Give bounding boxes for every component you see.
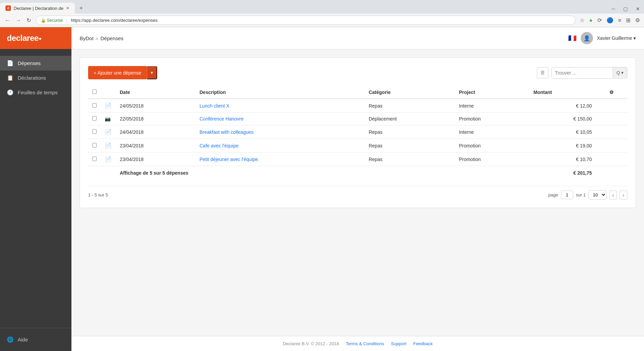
ext-btn6[interactable]: ⚙ [634, 16, 641, 25]
expenses-table: Date Description Catégorie Project Monta… [88, 86, 627, 179]
row-description: Cafe avec l'équipe [196, 139, 365, 153]
row-description: Lunch client X [196, 99, 365, 113]
row-icon-cell: 📄 [101, 139, 116, 153]
maximize-btn[interactable]: ▢ [619, 4, 632, 14]
row-icon-cell: 📄 [101, 153, 116, 166]
row-description: Conférence Hanovre [196, 113, 365, 125]
add-expense-dropdown-btn[interactable]: ▾ [147, 66, 157, 79]
footer-support-link[interactable]: Support [391, 341, 407, 346]
language-flag[interactable]: 🇫🇷 [568, 34, 577, 42]
row-checkbox[interactable] [92, 143, 97, 147]
address-field[interactable]: 🔒 Sécurisé | https://app.declaree.com/de… [36, 16, 576, 25]
row-icon-cell: 📷 [101, 113, 116, 125]
row-categorie: Repas [365, 125, 455, 139]
sidebar-label-depenses: Dépenses [18, 60, 41, 66]
row-check [88, 113, 101, 125]
row-checkbox[interactable] [92, 129, 97, 134]
minimize-btn[interactable]: ─ [608, 4, 619, 14]
footer-feedback-link[interactable]: Feedback [413, 341, 433, 346]
table-header-row: Date Description Catégorie Project Monta… [88, 86, 627, 99]
row-categorie: Repas [365, 139, 455, 153]
row-checkbox[interactable] [92, 116, 97, 121]
tab-close-btn[interactable]: ✕ [66, 6, 69, 11]
row-project: Interne [455, 125, 529, 139]
pagination-row: 1 - 5 sur 5 page sur 1 10 25 50 ‹ › [88, 186, 627, 200]
browser-chrome: d Declaree | Declaration de ✕ + ─ ▢ ✕ ← … [0, 0, 644, 27]
toolbar-right: ☰ Q ▾ [537, 67, 627, 79]
th-settings[interactable]: ⚙ [596, 86, 627, 99]
page-controls: page sur 1 10 25 50 ‹ › [548, 190, 627, 200]
breadcrumb-page: Dépenses [100, 35, 123, 41]
ext-btn3[interactable]: 🔵 [605, 16, 615, 25]
search-wrap: Q ▾ [551, 67, 627, 79]
select-all-checkbox[interactable] [92, 90, 97, 94]
secure-badge: 🔒 Sécurisé [41, 18, 63, 23]
table-row: 📄 23/04/2018 Petit déjeuner avec l'équip… [88, 153, 627, 166]
expenses-tbody: 📄 24/05/2018 Lunch client X Repas Intern… [88, 99, 627, 179]
sidebar-item-feuilles[interactable]: 🕐 Feuilles de temps [0, 85, 71, 100]
forward-btn[interactable]: → [14, 16, 23, 25]
search-btn[interactable]: Q ▾ [613, 67, 627, 78]
main-content: ByDot » Dépenses 🇫🇷 👤 Xavier Guillerme ▾ [71, 27, 644, 351]
sidebar-item-declarations[interactable]: 📋 Déclarations [0, 70, 71, 85]
row-check [88, 99, 101, 113]
row-icon-cell: 📄 [101, 125, 116, 139]
row-project: Promotion [455, 153, 529, 166]
nav-buttons: ← → ↻ [3, 16, 33, 25]
next-page-btn[interactable]: › [620, 191, 627, 200]
breadcrumb-org: ByDot [80, 35, 94, 41]
search-input[interactable] [551, 67, 613, 78]
summary-total: € 201,75 [529, 166, 596, 179]
reload-btn[interactable]: ↻ [24, 16, 33, 25]
header-right: 🇫🇷 👤 Xavier Guillerme ▾ [568, 32, 636, 44]
close-btn[interactable]: ✕ [632, 4, 644, 14]
table-row: 📄 23/04/2018 Cafe avec l'équipe Repas Pr… [88, 139, 627, 153]
top-header: ByDot » Dépenses 🇫🇷 👤 Xavier Guillerme ▾ [71, 27, 644, 49]
content-area: + Ajouter une dépense ▾ ☰ Q ▾ [71, 49, 644, 336]
user-dropdown-icon[interactable]: ▾ [633, 35, 636, 41]
footer-terms-link[interactable]: Terms & Conditions [346, 341, 384, 346]
th-montant: Montant [529, 86, 596, 99]
back-btn[interactable]: ← [3, 16, 12, 25]
row-montant: € 12,00 [529, 99, 596, 113]
add-expense-btn[interactable]: + Ajouter une dépense [88, 66, 147, 79]
row-desc-link[interactable]: Conférence Hanovre [200, 116, 244, 122]
prev-page-btn[interactable]: ‹ [609, 191, 617, 200]
row-description: Petit déjeuner avec l'équipe. [196, 153, 365, 166]
row-description: Breakfast with colleagues [196, 125, 365, 139]
ext-btn4[interactable]: ≡ [617, 16, 623, 25]
row-desc-link[interactable]: Breakfast with colleagues [200, 129, 254, 135]
row-montant: € 10,05 [529, 125, 596, 139]
row-check [88, 125, 101, 139]
row-checkbox[interactable] [92, 157, 97, 161]
ext-btn1[interactable]: ● [588, 16, 594, 25]
th-project: Project [455, 86, 529, 99]
footer: Declaree B.V. © 2012 - 2018 Terms & Cond… [71, 336, 644, 351]
row-doc-icon: 📄 [105, 103, 112, 109]
row-montant: € 19,00 [529, 139, 596, 153]
address-bar-row: ← → ↻ 🔒 Sécurisé | https://app.declaree.… [0, 14, 644, 27]
row-desc-link[interactable]: Lunch client X [200, 103, 230, 109]
expenses-card: + Ajouter une dépense ▾ ☰ Q ▾ [80, 58, 636, 208]
bookmark-btn[interactable]: ☆ [578, 16, 586, 25]
active-tab[interactable]: d Declaree | Declaration de ✕ [0, 3, 75, 14]
row-desc-link[interactable]: Petit déjeuner avec l'équipe. [200, 157, 259, 162]
new-tab-btn[interactable]: + [76, 3, 86, 13]
row-camera-icon: 📷 [105, 116, 111, 122]
row-desc-link[interactable]: Cafe avec l'équipe [200, 143, 239, 148]
sidebar-item-depenses[interactable]: 📄 Dépenses [0, 56, 71, 70]
table-row: 📄 24/05/2018 Lunch client X Repas Intern… [88, 99, 627, 113]
menu-toggle-btn[interactable]: ☰ [537, 67, 548, 78]
page-input[interactable] [561, 191, 573, 199]
sidebar-item-aide[interactable]: 🌐 Aide [0, 332, 71, 347]
per-page-select[interactable]: 10 25 50 [589, 190, 607, 200]
ext-btn5[interactable]: ⊞ [625, 16, 632, 25]
row-categorie: Déplacement [365, 113, 455, 125]
aide-icon: 🌐 [7, 336, 14, 343]
ext-btn2[interactable]: ⟳ [596, 16, 603, 25]
row-checkbox[interactable] [92, 103, 97, 108]
tab-title: Declaree | Declaration de [14, 6, 63, 11]
breadcrumb: ByDot » Dépenses [80, 35, 123, 41]
address-url: https://app.declaree.com/declaree/expens… [71, 18, 158, 23]
th-date: Date [116, 86, 196, 99]
